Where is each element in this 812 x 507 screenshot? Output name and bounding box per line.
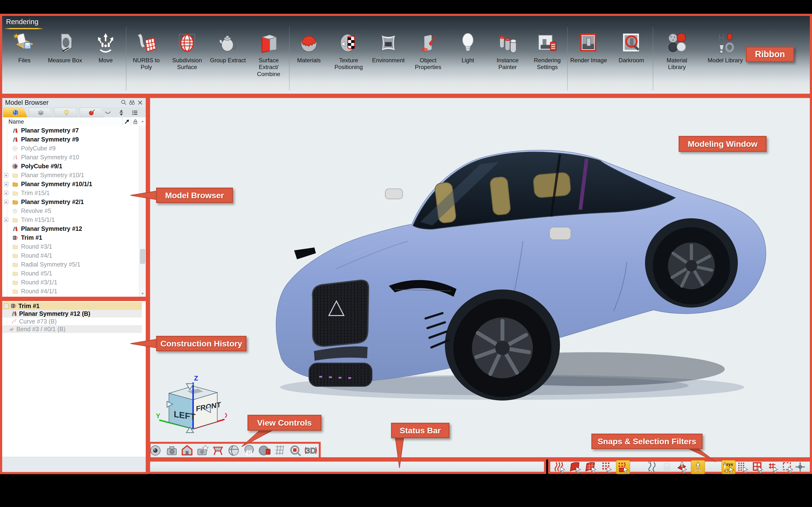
ribbon-item-darkroom[interactable]: Darkroom	[611, 31, 652, 64]
expander-icon[interactable]: +	[4, 182, 8, 186]
scroll-up-icon[interactable]	[140, 118, 146, 125]
tree-item-label: Round #3/1	[21, 243, 52, 250]
surface-snap-icon[interactable]	[569, 461, 581, 473]
ribbon-item-light[interactable]: Light	[448, 31, 488, 64]
tree-item-round-3-1[interactable]: Round #3/1	[2, 242, 140, 251]
ribbon-item-surface-extract-combine[interactable]: Surface Extract/ Combine	[248, 31, 289, 77]
history-item-planar-symmetry-12-b[interactable]: Planar Symmetry #12 (B)	[2, 310, 142, 318]
ribbon-item-rendering-settings[interactable]: Rendering Settings	[527, 31, 567, 71]
ribbon-item-materials[interactable]: Materials	[289, 31, 329, 64]
curve-edit-snap-icon[interactable]	[646, 461, 658, 473]
tree-item-trim-1[interactable]: Trim #1	[2, 233, 140, 242]
nurbs-to-poly-icon	[134, 31, 158, 55]
tree-item-trim-15-1[interactable]: +Trim #15/1	[2, 188, 140, 198]
scrollbar-thumb[interactable]	[140, 249, 145, 264]
snapshot-camera-icon[interactable]	[196, 444, 209, 457]
annotation-model-browser: Model Browser	[156, 187, 233, 203]
view-cube[interactable]: LEFT FRONT Z X Y	[154, 373, 227, 436]
grid-point-filter-icon[interactable]	[767, 461, 779, 473]
ribbon-item-texture-positioning[interactable]: Texture Positioning	[329, 31, 368, 71]
xyz-filter-icon[interactable]: zyx	[722, 460, 735, 474]
history-item-bend-3-0-1-b[interactable]: Bend #3 / #0/1 (B)	[2, 325, 142, 333]
history-item-curve-73-b[interactable]: Curve #73 (B)	[2, 318, 142, 325]
scrollbar-track[interactable]	[139, 126, 146, 297]
tree-item-planar-symmetry-10[interactable]: Planar Symmetry #10	[2, 153, 140, 162]
ribbon-item-group-extract[interactable]: Group Extract	[208, 31, 248, 64]
shaded-sphere-panel-icon[interactable]	[258, 444, 271, 457]
curve-snap-icon[interactable]	[554, 461, 566, 473]
window-select-filter-icon[interactable]	[752, 461, 764, 473]
close-icon[interactable]	[136, 99, 144, 107]
expander-icon[interactable]: +	[4, 191, 8, 195]
tree-item-planar-symmetry-2-1[interactable]: +Planar Symmetry #2/1	[2, 198, 140, 207]
tree-item-radial-symmetry-5-1-1[interactable]: Radial Symmetry #5/1/1	[2, 296, 140, 297]
point-snap-icon[interactable]	[600, 461, 612, 473]
scroll-down-icon[interactable]	[140, 290, 146, 297]
magnify-object-icon[interactable]	[289, 444, 302, 457]
object-snap-icon[interactable]	[661, 461, 673, 473]
camera-view-icon[interactable]	[166, 444, 179, 457]
cv-snap-icon[interactable]	[616, 460, 630, 474]
ribbon-item-instance-painter[interactable]: Instance Painter	[488, 31, 527, 71]
wireframe-globe-icon[interactable]	[227, 444, 240, 457]
center-pivot-icon[interactable]	[794, 461, 806, 473]
tree-item-round-3-1-1[interactable]: Round #3/1/1	[2, 278, 140, 287]
ribbon-item-subdivision-surface[interactable]: Subdivision Surface	[167, 31, 207, 71]
tree-item-planar-symmetry-10-1[interactable]: +Planar Symmetry #10/1	[2, 171, 140, 180]
plane-snap-icon[interactable]	[675, 461, 688, 473]
point-grid-filter-icon[interactable]	[737, 461, 749, 473]
move-arrow-snap-icon[interactable]	[691, 460, 705, 474]
construction-grid-icon[interactable]	[273, 444, 286, 457]
ribbon-item-object-properties[interactable]: Object Properties	[408, 31, 448, 71]
ribbon-item-model-library[interactable]: Model Library	[705, 31, 746, 64]
history-item-trim-1[interactable]: −Trim #1	[2, 302, 142, 310]
name-column-header[interactable]: Name	[2, 117, 146, 126]
surface-grid-snap-icon[interactable]	[585, 461, 597, 473]
ribbon-item-label: Environment	[372, 57, 405, 64]
tree-item-round-4-1[interactable]: Round #4/1	[2, 251, 140, 260]
tree-item-planar-symmetry-12[interactable]: Planar Symmetry #12	[2, 224, 140, 233]
home-default-view-icon[interactable]	[181, 444, 193, 457]
box-select-filter-icon[interactable]	[781, 461, 794, 473]
tab-layers[interactable]	[29, 108, 53, 117]
ribbon-item-measure-box[interactable]: Measure Box	[45, 31, 85, 64]
tree-item-planar-symmetry-9[interactable]: Planar Symmetry #9	[2, 135, 140, 144]
tree-item-planar-symmetry-7[interactable]: Planar Symmetry #7	[2, 126, 140, 135]
expander-icon[interactable]: +	[4, 218, 8, 222]
lock-icon[interactable]	[131, 118, 140, 125]
trim-icon	[10, 303, 16, 309]
tab-objects-globe[interactable]	[3, 108, 28, 117]
list-view-icon[interactable]	[131, 109, 139, 117]
collapse-arc-icon[interactable]	[104, 109, 111, 117]
look-eye-icon[interactable]	[149, 444, 162, 457]
tab-lights[interactable]	[54, 108, 79, 117]
tree-item-trim-15-1-1[interactable]: +Trim #15/1/1	[2, 215, 140, 224]
tree-item-round-5-1[interactable]: Round #5/1	[2, 269, 140, 278]
ribbon-item-material-library[interactable]: Material Library	[657, 31, 697, 71]
stereo-3d-icon[interactable]: 3D	[305, 444, 317, 457]
ribbon-item-environment[interactable]: Environment	[368, 31, 408, 64]
tab-materials[interactable]	[80, 108, 104, 117]
ribbon-item-files[interactable]: Files	[4, 31, 45, 64]
ribbon-item-move[interactable]: Move	[85, 31, 126, 64]
collapse-icon[interactable]: −	[4, 304, 8, 308]
ribbon-item-render-image[interactable]: Render Image	[568, 31, 609, 64]
tree-item-planar-symmetry-10-1-1[interactable]: +Planar Symmetry #10/1/1	[2, 180, 140, 188]
annotation-snaps-selection-filters: Snaps & Selection Filters	[591, 434, 703, 449]
tree-item-revolve-5[interactable]: Revolve #5	[2, 207, 140, 215]
expander-icon[interactable]: +	[4, 200, 8, 204]
tree-item-polycube-9-1[interactable]: PolyCube #9/1	[2, 162, 140, 171]
annotation-status-bar: Status Bar	[391, 423, 450, 438]
expander-icon[interactable]: +	[4, 173, 8, 177]
tree-item-round-4-1-1[interactable]: Round #4/1/1	[2, 287, 140, 296]
ribbon-item-nurbs-to-poly[interactable]: NURBS to Poly	[126, 31, 166, 71]
pin-arrow-icon[interactable]	[123, 118, 131, 125]
expand-collapse-icon[interactable]	[118, 109, 125, 117]
search-icon[interactable]	[120, 99, 128, 107]
pan-hand-sphere-icon[interactable]	[243, 444, 255, 457]
tree-item-radial-symmetry-5-1[interactable]: Radial Symmetry #5/1	[2, 260, 140, 269]
find-binoculars-icon[interactable]	[128, 99, 136, 107]
view-panel-icon[interactable]	[212, 444, 224, 457]
subdivision-surface-icon	[175, 31, 199, 55]
tree-item-polycube-9[interactable]: PolyCube #9	[2, 144, 140, 153]
